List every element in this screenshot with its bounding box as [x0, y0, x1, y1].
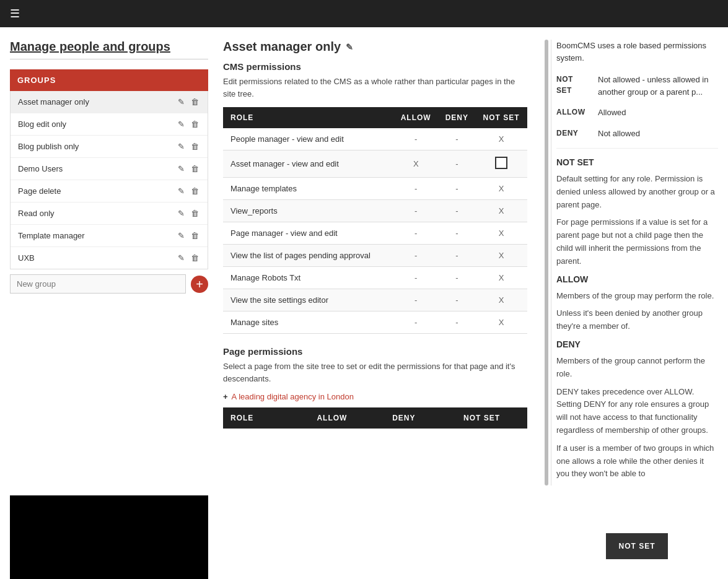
group-list: Asset manager only ✎ 🗑 Blog edit only ✎ … — [10, 91, 208, 269]
table-row: Manage sites - - X — [223, 311, 527, 334]
group-actions: ✎ 🗑 — [177, 96, 200, 108]
group-item[interactable]: Blog edit only ✎ 🗑 — [11, 113, 208, 136]
group-actions: ✎ 🗑 — [177, 163, 200, 175]
allow-cell[interactable]: - — [393, 289, 439, 311]
allow-cell[interactable]: - — [393, 267, 439, 289]
deny-body3: If a user is a member of two groups in w… — [556, 442, 718, 481]
role-label: Page manager - view and edit — [223, 222, 393, 245]
allow-text-inline: Allowed — [598, 107, 626, 119]
group-label: Read only — [18, 209, 177, 218]
col-allow: ALLOW — [393, 107, 439, 128]
not-set-cell[interactable]: X — [475, 267, 527, 289]
group-label: Asset manager only — [18, 97, 177, 107]
allow-cell[interactable]: - — [393, 311, 439, 334]
table-row: Manage templates - - X — [223, 178, 527, 200]
allow-body1: Members of the group may perform the rol… — [556, 290, 718, 303]
not-set-cell[interactable]: X — [475, 245, 527, 267]
delete-group-button[interactable]: 🗑 — [190, 163, 200, 175]
edit-group-button[interactable]: ✎ — [177, 163, 186, 175]
group-actions: ✎ 🗑 — [177, 185, 200, 197]
not-set-cell[interactable]: X — [475, 200, 527, 222]
allow-body2: Unless it's been denied by another group… — [556, 307, 718, 333]
not-set-checkbox[interactable] — [495, 157, 507, 169]
edit-group-button[interactable]: ✎ — [177, 252, 186, 264]
menu-icon[interactable]: ☰ — [10, 7, 20, 20]
deny-cell[interactable]: - — [439, 128, 476, 150]
group-item[interactable]: Page delete ✎ 🗑 — [11, 180, 208, 202]
allow-cell[interactable]: - — [393, 178, 439, 200]
deny-cell[interactable]: - — [439, 289, 476, 311]
col-deny: DENY — [372, 407, 436, 429]
delete-group-button[interactable]: 🗑 — [190, 96, 200, 108]
not-set-text-inline: Not allowed - unless allowed in another … — [598, 74, 718, 98]
delete-group-button[interactable]: 🗑 — [190, 118, 200, 130]
group-item[interactable]: UXB ✎ 🗑 — [11, 247, 208, 269]
not-set-cell[interactable]: X — [475, 178, 527, 200]
delete-group-button[interactable]: 🗑 — [190, 141, 200, 152]
role-label: View the site settings editor — [223, 289, 393, 311]
delete-group-button[interactable]: 🗑 — [190, 230, 200, 242]
delete-group-button[interactable]: 🗑 — [190, 252, 200, 264]
allow-cell[interactable]: - — [393, 200, 439, 222]
new-group-input[interactable] — [10, 274, 186, 294]
not-set-cell[interactable]: X — [475, 128, 527, 150]
not-set-cell[interactable] — [475, 150, 527, 178]
edit-group-button[interactable]: ✎ — [177, 230, 186, 242]
expand-icon[interactable]: + — [223, 392, 228, 401]
add-group-button[interactable]: + — [191, 276, 208, 293]
not-set-cell[interactable]: X — [475, 289, 527, 311]
group-item[interactable]: Demo Users ✎ 🗑 — [11, 158, 208, 180]
table-row: People manager - view and edit - - X — [223, 128, 527, 150]
group-item[interactable]: Template manager ✎ 🗑 — [11, 225, 208, 247]
group-actions: ✎ 🗑 — [177, 207, 200, 219]
deny-badge-inline: DENY — [556, 128, 590, 139]
deny-cell[interactable]: - — [439, 178, 476, 200]
allow-cell[interactable]: X — [393, 150, 439, 178]
table-row: View_reports - - X — [223, 200, 527, 222]
group-item[interactable]: Blog publish only ✎ 🗑 — [11, 136, 208, 158]
main-layout: Manage people and groups GROUPS Asset ma… — [0, 27, 728, 485]
group-actions: ✎ 🗑 — [177, 118, 200, 130]
delete-group-button[interactable]: 🗑 — [190, 207, 200, 219]
edit-group-button[interactable]: ✎ — [177, 141, 186, 152]
edit-group-button[interactable]: ✎ — [177, 96, 186, 108]
image-placeholder — [10, 495, 208, 579]
group-label: Blog publish only — [18, 142, 177, 151]
edit-group-title-icon[interactable]: ✎ — [346, 42, 353, 52]
edit-group-button[interactable]: ✎ — [177, 118, 186, 130]
allow-cell[interactable]: - — [393, 245, 439, 267]
edit-group-button[interactable]: ✎ — [177, 207, 186, 219]
group-item[interactable]: Asset manager only ✎ 🗑 — [11, 91, 208, 113]
role-label: Manage Robots Txt — [223, 267, 393, 289]
topbar: ☰ — [0, 0, 728, 27]
group-actions: ✎ 🗑 — [177, 230, 200, 242]
edit-group-button[interactable]: ✎ — [177, 185, 186, 197]
allow-cell[interactable]: - — [393, 128, 439, 150]
deny-cell[interactable]: - — [439, 267, 476, 289]
role-label: View the list of pages pending approval — [223, 245, 393, 267]
role-label: Asset manager - view and edit — [223, 150, 393, 178]
allow-cell[interactable]: - — [393, 222, 439, 245]
allow-badge-inline: ALLOW — [556, 107, 590, 118]
site-link[interactable]: A leading digital agency in London — [232, 392, 354, 401]
not-set-cell[interactable]: X — [475, 311, 527, 334]
title-divider — [10, 59, 208, 59]
deny-cell[interactable]: - — [439, 245, 476, 267]
bottom-layout: NOT SET — [0, 485, 728, 579]
deny-cell[interactable]: - — [439, 200, 476, 222]
group-label: Demo Users — [18, 164, 177, 173]
deny-body2: DENY takes precedence over ALLOW. Settin… — [556, 386, 718, 437]
deny-cell[interactable]: - — [439, 222, 476, 245]
cms-permissions-heading: CMS permissions — [223, 61, 527, 72]
deny-cell[interactable]: - — [439, 150, 476, 178]
deny-cell[interactable]: - — [439, 311, 476, 334]
help-allow-header: ALLOW Allowed — [556, 107, 718, 119]
group-item[interactable]: Read only ✎ 🗑 — [11, 202, 208, 225]
col-role: ROLE — [223, 407, 292, 429]
center-bottom — [208, 490, 551, 579]
allow-section-title: ALLOW — [556, 273, 718, 286]
delete-group-button[interactable]: 🗑 — [190, 185, 200, 197]
help-allow-inline: ALLOW Allowed — [556, 107, 718, 119]
scrollbar[interactable] — [545, 40, 548, 485]
not-set-cell[interactable]: X — [475, 222, 527, 245]
